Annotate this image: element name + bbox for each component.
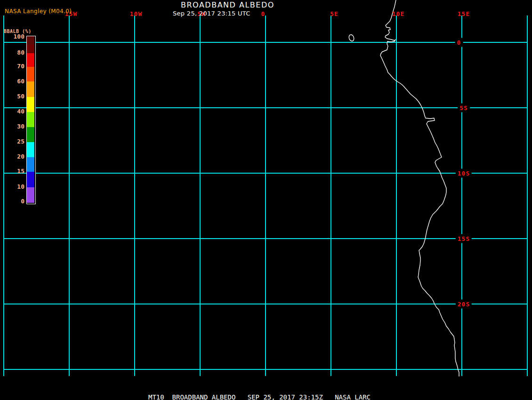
latitude-label: 10S — [456, 169, 472, 178]
colorbar-tick-label: 60 — [0, 78, 24, 85]
coastline-svg — [0, 0, 532, 400]
colorbar-tick-label: 15 — [0, 168, 24, 175]
colorbar-tick-label: 0 — [0, 198, 24, 205]
coastline — [380, 0, 459, 376]
latitude-label: 15S — [456, 234, 472, 243]
credit-text: NASA Langley (M04.0) — [5, 8, 72, 15]
colorbar-tick-label: 20 — [0, 153, 24, 160]
colorbar-segment-60-70 — [27, 67, 34, 81]
colorbar-segment-80-90 — [27, 45, 34, 53]
latitude-label: 0 — [455, 38, 463, 47]
colorbar-segment-0-10 — [27, 187, 34, 203]
colorbar-segment-10-15 — [27, 172, 34, 187]
colorbar-segment-70-80 — [27, 53, 34, 67]
colorbar-tick-label: 100 — [0, 33, 24, 40]
footer-text: MT10 BROADBAND ALBEDO SEP 25, 2017 23:15… — [148, 393, 371, 400]
colorbar-tick-label: 30 — [0, 123, 24, 130]
colorbar-segment-25-30 — [27, 127, 34, 142]
longitude-label: 10E — [392, 10, 404, 17]
longitude-label: 10W — [130, 10, 142, 17]
screen: 15W10W5W05E10E15E05S10S15S20S NASA Langl… — [0, 0, 532, 400]
datetime-text: Sep 25, 2017 23:15 UTC — [173, 10, 250, 17]
colorbar-tick-label: 10 — [0, 183, 24, 190]
latitude-label: 20S — [456, 300, 472, 309]
colorbar-segment-50-60 — [27, 81, 34, 97]
colorbar-segment-15-20 — [27, 157, 34, 172]
colorbar-tick-label: 80 — [0, 49, 24, 56]
colorbar-segment-40-50 — [27, 97, 34, 112]
colorbar — [26, 36, 36, 204]
longitude-label: 5E — [330, 10, 339, 17]
longitude-label: 15E — [458, 10, 470, 17]
colorbar-tick-label: 70 — [0, 63, 24, 70]
colorbar-segment-90-100 — [27, 36, 34, 45]
colorbar-segment-30-40 — [27, 112, 34, 127]
island-outline — [348, 34, 355, 42]
page-title: BROADBAND ALBEDO — [181, 0, 274, 9]
colorbar-tick-label: 50 — [0, 93, 24, 100]
colorbar-tick-label: 40 — [0, 108, 24, 115]
longitude-label: 0 — [261, 10, 266, 17]
colorbar-segment-20-25 — [27, 142, 34, 157]
latitude-label: 5S — [458, 104, 470, 112]
colorbar-tick-label: 25 — [0, 138, 24, 145]
